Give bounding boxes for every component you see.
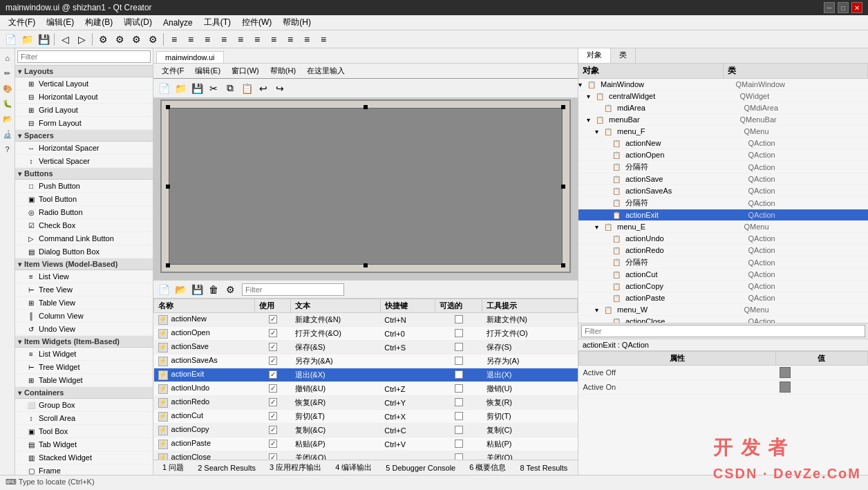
tree-item[interactable]: 📋 actionOpen QAction bbox=[578, 149, 868, 161]
toolbar-save[interactable]: 💾 bbox=[36, 32, 51, 47]
toolbar-btn15[interactable]: ≡ bbox=[266, 32, 281, 47]
palette-item-table-view[interactable]: ⊞ Table View bbox=[15, 296, 153, 310]
designer-menu-window[interactable]: 窗口(W) bbox=[226, 64, 265, 77]
bottom-tab-search[interactable]: 2 Search Results bbox=[191, 462, 262, 474]
toolbar-btn9[interactable]: ≡ bbox=[167, 32, 182, 47]
palette-section-item-widgets[interactable]: Item Widgets (Item-Based) bbox=[15, 336, 153, 348]
toolbar-btn18[interactable]: ≡ bbox=[316, 32, 331, 47]
palette-item-list-view[interactable]: ≡ List View bbox=[15, 270, 153, 283]
tree-expand-arrow[interactable]: ▾ bbox=[578, 81, 587, 88]
tree-item[interactable]: 📋 actionCopy QAction bbox=[578, 281, 868, 292]
palette-item-column-view[interactable]: ║ Column View bbox=[15, 310, 153, 323]
designer-menu-edit[interactable]: 编辑(E) bbox=[189, 64, 226, 77]
handle-bl[interactable] bbox=[166, 263, 170, 267]
designer-tb-new[interactable]: 📄 bbox=[156, 81, 171, 96]
menu-analyze[interactable]: Analyze bbox=[158, 17, 198, 29]
designer-tb-undo[interactable]: ↩ bbox=[256, 81, 271, 96]
tree-item[interactable]: 📋 actionSave QAction bbox=[578, 173, 868, 185]
menu-build[interactable]: 构建(B) bbox=[79, 15, 118, 30]
palette-item-vertical-spacer[interactable]: ↕ Vertical Spacer bbox=[15, 155, 153, 168]
palette-section-spacers[interactable]: Spacers bbox=[15, 130, 153, 142]
tree-item[interactable]: 📋 actionClose QAction bbox=[578, 316, 868, 323]
palette-item-tree-widget[interactable]: ⊢ Tree Widget bbox=[15, 361, 153, 374]
left-icon-debug[interactable]: 🐛 bbox=[1, 97, 15, 111]
palette-item-frame[interactable]: ▢ Frame bbox=[15, 464, 153, 475]
left-icon-welcome[interactable]: ⌂ bbox=[1, 51, 15, 65]
action-tb-settings[interactable]: ⚙ bbox=[223, 282, 238, 297]
action-row[interactable]: ⚡ actionExit 退出(&X) 退出(X) bbox=[154, 368, 578, 382]
bottom-tab-issues[interactable]: 1 问题 bbox=[156, 460, 190, 475]
designer-menu-help[interactable]: 帮助(H) bbox=[265, 64, 301, 77]
tree-item[interactable]: 📋 mdiArea QMdiArea bbox=[578, 102, 868, 114]
toolbar-btn4[interactable]: ▷ bbox=[74, 32, 89, 47]
handle-tm[interactable] bbox=[364, 105, 368, 109]
tree-expand-arrow[interactable]: ▾ bbox=[595, 306, 603, 314]
palette-item-tool-button[interactable]: ▣ Tool Button bbox=[15, 193, 153, 206]
designer-tb-redo[interactable]: ↪ bbox=[272, 81, 287, 96]
action-row[interactable]: ⚡ actionCut 剪切(&T) Ctrl+X 剪切(T) bbox=[154, 410, 578, 424]
action-row[interactable]: ⚡ actionOpen 打开文件(&O) Ctrl+0 打开文件(O) bbox=[154, 327, 578, 341]
prop-row[interactable]: Active On bbox=[579, 380, 868, 395]
toolbar-btn14[interactable]: ≡ bbox=[249, 32, 265, 47]
tree-item[interactable]: 📋 actionExit QAction bbox=[578, 209, 868, 221]
action-row[interactable]: ⚡ actionUndo 撤销(&U) Ctrl+Z 撤销(U) bbox=[154, 382, 578, 396]
palette-section-layouts[interactable]: Layouts bbox=[15, 66, 153, 77]
action-row[interactable]: ⚡ actionPaste 粘贴(&P) Ctrl+V 粘贴(P) bbox=[154, 437, 578, 451]
toolbar-btn8[interactable]: ⚙ bbox=[145, 32, 160, 47]
bottom-tab-app-output[interactable]: 3 应用程序输出 bbox=[263, 460, 328, 475]
tree-item[interactable]: ▾ 📋 menuBar QMenuBar bbox=[578, 114, 868, 126]
designer-menu-file[interactable]: 文件(F bbox=[156, 64, 189, 77]
palette-item-vertical-layout[interactable]: ⊞ Vertical Layout bbox=[15, 77, 153, 91]
designer-tb-copy[interactable]: ⧉ bbox=[223, 81, 238, 96]
action-row[interactable]: ⚡ actionSave 保存(&S) Ctrl+S 保存(S) bbox=[154, 341, 578, 355]
props-filter-input[interactable] bbox=[581, 325, 865, 337]
palette-item-tree-view[interactable]: ⊢ Tree View bbox=[15, 283, 153, 296]
tree-item[interactable]: 📋 actionUndo QAction bbox=[578, 233, 868, 245]
action-tb-new[interactable]: 📄 bbox=[156, 282, 171, 297]
menu-controls[interactable]: 控件(W) bbox=[236, 15, 277, 30]
menu-help[interactable]: 帮助(H) bbox=[277, 15, 317, 30]
tree-item[interactable]: 📋 分隔符 QAction bbox=[578, 161, 868, 173]
designer-tb-save[interactable]: 💾 bbox=[189, 81, 205, 96]
handle-ml[interactable] bbox=[166, 185, 170, 189]
tree-item[interactable]: 📋 分隔符 QAction bbox=[578, 197, 868, 209]
designer-tb-open[interactable]: 📁 bbox=[173, 81, 188, 96]
toolbar-btn3[interactable]: ◁ bbox=[57, 32, 73, 47]
tree-item[interactable]: 📋 actionRedo QAction bbox=[578, 245, 868, 256]
tree-item[interactable]: ▾ 📋 MainWindow QMainWindow bbox=[578, 79, 868, 91]
tree-item[interactable]: 📋 actionSaveAs QAction bbox=[578, 185, 868, 197]
tab-mainwindow-ui[interactable]: mainwindow.ui bbox=[156, 51, 224, 63]
toolbar-btn16[interactable]: ≡ bbox=[283, 32, 298, 47]
palette-section-buttons[interactable]: Buttons bbox=[15, 168, 153, 180]
right-tab-object-inspector[interactable]: 对象 bbox=[578, 48, 611, 63]
palette-item-check-box[interactable]: ☑ Check Box bbox=[15, 219, 153, 232]
tree-item[interactable]: ▾ 📋 menu_E QMenu bbox=[578, 221, 868, 233]
left-icon-design[interactable]: 🎨 bbox=[1, 82, 15, 95]
left-icon-help[interactable]: ? bbox=[1, 142, 15, 156]
palette-item-dialog-button-box[interactable]: ▤ Dialog Button Box bbox=[15, 245, 153, 258]
palette-item-command-link[interactable]: ▷ Command Link Button bbox=[15, 232, 153, 245]
menu-file[interactable]: 文件(F) bbox=[3, 15, 41, 30]
minimize-button[interactable]: ─ bbox=[824, 2, 835, 13]
toolbar-btn10[interactable]: ≡ bbox=[183, 32, 198, 47]
designer-menu-here[interactable]: 在这里输入 bbox=[301, 64, 350, 77]
object-tree[interactable]: ▾ 📋 MainWindow QMainWindow ▾ 📋 centralWi… bbox=[578, 79, 868, 323]
palette-item-list-widget[interactable]: ≡ List Widget bbox=[15, 348, 153, 361]
palette-item-stacked-widget[interactable]: ▥ Stacked Widget bbox=[15, 451, 153, 464]
tree-item[interactable]: 📋 actionCut QAction bbox=[578, 269, 868, 281]
action-tb-save[interactable]: 💾 bbox=[189, 282, 205, 297]
menu-debug[interactable]: 调试(D) bbox=[118, 15, 158, 30]
bottom-tab-compile[interactable]: 4 编译输出 bbox=[329, 460, 378, 475]
palette-item-table-widget[interactable]: ⊞ Table Widget bbox=[15, 374, 153, 387]
palette-item-radio-button[interactable]: ◎ Radio Button bbox=[15, 206, 153, 219]
palette-item-horizontal-layout[interactable]: ⊟ Horizontal Layout bbox=[15, 91, 153, 104]
tree-item[interactable]: ▾ 📋 centralWidget QWidget bbox=[578, 91, 868, 102]
toolbar-btn5[interactable]: ⚙ bbox=[95, 32, 111, 47]
handle-tl[interactable] bbox=[166, 105, 170, 109]
tree-expand-arrow[interactable]: ▾ bbox=[595, 128, 603, 135]
palette-item-form-layout[interactable]: ⊟ Form Layout bbox=[15, 117, 153, 130]
palette-search-input[interactable] bbox=[17, 50, 151, 63]
toolbar-open[interactable]: 📁 bbox=[19, 32, 35, 47]
toolbar-btn11[interactable]: ≡ bbox=[200, 32, 215, 47]
designer-tb-cut[interactable]: ✂ bbox=[206, 81, 221, 96]
